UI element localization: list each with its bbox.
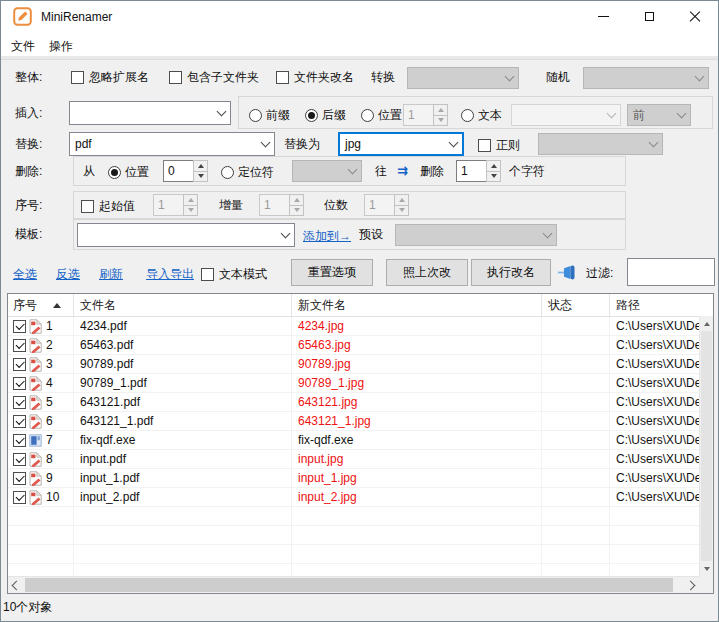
- table-row[interactable]: 6 643121_1.pdf 643121_1.jpg C:\Users\XU\…: [8, 412, 713, 431]
- horizontal-scrollbar[interactable]: [8, 576, 699, 593]
- row-checkbox[interactable]: [13, 415, 26, 428]
- row-checkbox[interactable]: [13, 472, 26, 485]
- spin-up-button[interactable]: [194, 161, 207, 172]
- table-row[interactable]: 5 643121.pdf 643121.jpg C:\Users\XU\Des: [8, 393, 713, 412]
- new-file-name: 65463.jpg: [298, 338, 351, 352]
- header-filename[interactable]: 文件名: [74, 294, 292, 316]
- table-row[interactable]: 2 65463.pdf 65463.jpg C:\Users\XU\Des: [8, 336, 713, 355]
- redo-last-button[interactable]: 照上次改: [386, 259, 468, 286]
- header-path[interactable]: 路径: [610, 294, 713, 316]
- combo-value: 前: [633, 107, 645, 124]
- close-button[interactable]: [672, 1, 718, 32]
- reset-options-button[interactable]: 重置选项: [291, 259, 373, 286]
- empty-cell: [292, 507, 542, 525]
- scroll-right-button[interactable]: [682, 577, 699, 594]
- scroll-down-button[interactable]: [700, 561, 714, 576]
- empty-cell: [74, 545, 292, 563]
- new-filename-cell: 65463.jpg: [292, 336, 542, 354]
- new-file-name: input.jpg: [298, 452, 343, 466]
- spin-down-button[interactable]: [487, 172, 500, 182]
- row-checkbox[interactable]: [13, 358, 26, 371]
- execute-rename-button[interactable]: 执行改名: [471, 259, 551, 286]
- radio-delete-position[interactable]: 位置: [108, 164, 149, 181]
- table-row[interactable]: 9 input_1.pdf input_1.jpg C:\Users\XU\De…: [8, 469, 713, 488]
- radio-text[interactable]: 文本: [461, 107, 502, 124]
- table-row[interactable]: 10 input_2.pdf input_2.jpg C:\Users\XU\D…: [8, 488, 713, 507]
- table-row[interactable]: 8 input.pdf input.jpg C:\Users\XU\Des: [8, 450, 713, 469]
- insert-text-dropdown[interactable]: [69, 101, 231, 125]
- import-export-link[interactable]: 导入导出: [146, 266, 194, 283]
- pin-icon[interactable]: [558, 265, 578, 280]
- filename-cell: input_2.pdf: [74, 488, 292, 506]
- radio-position[interactable]: 位置: [361, 107, 402, 124]
- radio-delete-anchor[interactable]: 定位符: [221, 164, 274, 181]
- table-row[interactable]: 7 fix-qdf.exe fix-qdf.exe C:\Users\XU\De…: [8, 431, 713, 450]
- chevron-down-icon: [261, 138, 271, 148]
- header-new-filename[interactable]: 新文件名: [292, 294, 542, 316]
- replace-label: 替换:: [15, 132, 42, 156]
- invert-selection-link[interactable]: 反选: [56, 266, 80, 283]
- row-checkbox[interactable]: [13, 320, 26, 333]
- file-name: 65463.pdf: [80, 338, 133, 352]
- row-number: 2: [46, 336, 53, 354]
- delete-label: 删除:: [15, 156, 42, 186]
- replace-with-label: 替换为: [284, 132, 320, 156]
- maximize-button[interactable]: [626, 1, 672, 32]
- spin-up-button: [184, 195, 197, 206]
- table-row[interactable]: 3 90789.pdf 90789.jpg C:\Users\XU\Des: [8, 355, 713, 374]
- direction-arrow-toggle[interactable]: ⇉: [397, 156, 408, 186]
- vertical-scrollbar-thumb[interactable]: [701, 331, 712, 561]
- status-cell: [542, 393, 610, 411]
- radio-suffix[interactable]: 后缀: [305, 107, 346, 124]
- row-checkbox[interactable]: [13, 377, 26, 390]
- new-filename-cell: input.jpg: [292, 450, 542, 468]
- row-checkbox[interactable]: [13, 453, 26, 466]
- header-status[interactable]: 状态: [542, 294, 610, 316]
- scroll-left-button[interactable]: [8, 577, 25, 594]
- template-dropdown[interactable]: [77, 223, 295, 247]
- refresh-link[interactable]: 刷新: [99, 266, 123, 283]
- checkbox-include-subfolders[interactable]: 包含子文件夹: [169, 69, 259, 86]
- replace-find-dropdown[interactable]: pdf: [69, 132, 275, 156]
- checkbox-start-value[interactable]: 起始值: [81, 198, 135, 215]
- vertical-scrollbar[interactable]: [699, 316, 713, 576]
- checkbox-regex[interactable]: 正则: [478, 137, 520, 154]
- row-checkbox[interactable]: [13, 396, 26, 409]
- select-all-link[interactable]: 全选: [13, 266, 37, 283]
- delete-count-spinner[interactable]: 1: [456, 160, 501, 182]
- file-path: C:\Users\XU\Des: [616, 395, 707, 409]
- menu-action[interactable]: 操作: [43, 35, 79, 58]
- menu-file[interactable]: 文件: [5, 35, 41, 58]
- checkbox-text-mode[interactable]: 文本模式: [201, 266, 267, 283]
- filename-cell: input.pdf: [74, 450, 292, 468]
- checkbox-folder-rename[interactable]: 文件夹改名: [276, 69, 354, 86]
- spin-down-button[interactable]: [194, 172, 207, 182]
- row-checkbox[interactable]: [13, 434, 26, 447]
- spin-up-button[interactable]: [487, 161, 500, 172]
- horizontal-scrollbar-thumb[interactable]: [25, 578, 673, 592]
- scroll-up-button[interactable]: [700, 316, 714, 331]
- chevron-down-icon: [217, 107, 227, 117]
- regex-preset-dropdown: [538, 133, 663, 155]
- filename-cell: fix-qdf.exe: [74, 431, 292, 449]
- spinner-value: 1: [259, 194, 289, 216]
- add-to-preset-link[interactable]: 添加到→: [303, 228, 351, 245]
- filter-input[interactable]: [627, 258, 715, 286]
- checkbox-ignore-extension[interactable]: 忽略扩展名: [71, 69, 149, 86]
- empty-cell: [542, 526, 610, 544]
- new-filename-cell: input_1.jpg: [292, 469, 542, 487]
- spin-down-button: [434, 116, 447, 126]
- table-header: 序号 文件名 新文件名 状态 路径: [8, 294, 713, 317]
- row-checkbox[interactable]: [13, 491, 26, 504]
- file-name: input_1.pdf: [80, 471, 139, 485]
- table-row[interactable]: 1 4234.pdf 4234.jpg C:\Users\XU\Des: [8, 317, 713, 336]
- header-seq[interactable]: 序号: [8, 294, 74, 316]
- right-chevron-icon: [686, 581, 696, 591]
- delete-position-spinner[interactable]: 0: [163, 160, 208, 182]
- radio-prefix[interactable]: 前缀: [249, 107, 290, 124]
- minimize-button[interactable]: [580, 1, 626, 32]
- row-checkbox[interactable]: [13, 339, 26, 352]
- replace-with-dropdown[interactable]: jpg: [338, 132, 464, 156]
- table-row[interactable]: 4 90789_1.pdf 90789_1.jpg C:\Users\XU\De…: [8, 374, 713, 393]
- file-name: 643121_1.pdf: [80, 414, 153, 428]
